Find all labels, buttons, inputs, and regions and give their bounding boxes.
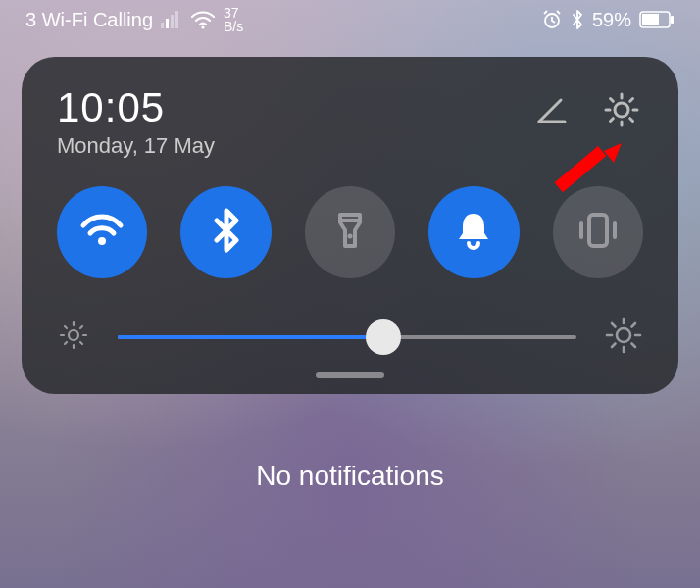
network-speed: 37 B/s xyxy=(224,6,243,33)
wifi-icon xyxy=(75,204,128,261)
panel-header: 10:05 Monday, 17 May xyxy=(57,84,643,159)
bluetooth-icon xyxy=(571,9,584,30)
quick-settings-panel: 10:05 Monday, 17 May xyxy=(22,57,678,394)
flashlight-icon xyxy=(324,204,376,261)
svg-point-16 xyxy=(69,330,78,340)
slider-fill xyxy=(118,335,383,339)
net-speed-unit: B/s xyxy=(224,20,243,33)
signal-icon xyxy=(161,11,182,28)
bluetooth-icon xyxy=(200,204,253,261)
toggle-row xyxy=(57,186,643,278)
sound-toggle[interactable] xyxy=(428,186,519,278)
vibrate-toggle[interactable] xyxy=(553,186,643,278)
svg-point-9 xyxy=(615,103,628,117)
settings-button[interactable] xyxy=(600,90,643,133)
svg-point-4 xyxy=(201,25,204,28)
svg-rect-1 xyxy=(166,19,169,28)
status-bar-left: 3 Wi-Fi Calling 37 B/s xyxy=(25,6,243,33)
bell-icon xyxy=(447,204,500,261)
status-bar: 3 Wi-Fi Calling 37 B/s 59% xyxy=(0,0,700,39)
brightness-low-icon xyxy=(57,318,90,356)
brightness-high-button[interactable] xyxy=(604,316,643,359)
svg-marker-10 xyxy=(604,143,622,163)
carrier-label: 3 Wi-Fi Calling xyxy=(25,9,153,31)
svg-point-14 xyxy=(348,234,353,239)
svg-point-12 xyxy=(98,237,106,245)
gear-icon xyxy=(601,89,642,134)
brightness-low-button[interactable] xyxy=(57,318,90,356)
pencil-icon xyxy=(531,90,571,133)
svg-point-17 xyxy=(617,328,630,342)
slider-thumb[interactable] xyxy=(366,319,401,355)
wifi-toggle[interactable] xyxy=(57,186,147,278)
time-label: 10:05 xyxy=(57,84,215,131)
clock[interactable]: 10:05 Monday, 17 May xyxy=(57,84,215,159)
battery-icon xyxy=(639,11,675,28)
bluetooth-toggle[interactable] xyxy=(180,186,271,278)
brightness-slider[interactable] xyxy=(118,319,576,355)
no-notifications-label: No notifications xyxy=(0,461,700,492)
wifi-icon xyxy=(190,10,216,29)
date-label: Monday, 17 May xyxy=(57,133,215,159)
net-speed-value: 37 xyxy=(224,6,243,20)
svg-rect-3 xyxy=(175,11,178,28)
panel-drag-handle[interactable] xyxy=(316,372,384,378)
alarm-icon xyxy=(541,9,563,30)
svg-rect-15 xyxy=(589,215,607,246)
svg-rect-8 xyxy=(671,16,674,24)
edit-button[interactable] xyxy=(529,90,573,133)
flashlight-toggle[interactable] xyxy=(305,186,395,278)
header-icons xyxy=(529,90,643,133)
brightness-row xyxy=(57,316,643,359)
svg-rect-2 xyxy=(171,15,174,28)
status-bar-right: 59% xyxy=(541,9,675,31)
svg-rect-0 xyxy=(161,23,164,28)
svg-rect-7 xyxy=(642,14,659,25)
brightness-high-icon xyxy=(604,316,643,359)
vibrate-icon xyxy=(572,204,625,261)
battery-percent: 59% xyxy=(592,9,631,31)
